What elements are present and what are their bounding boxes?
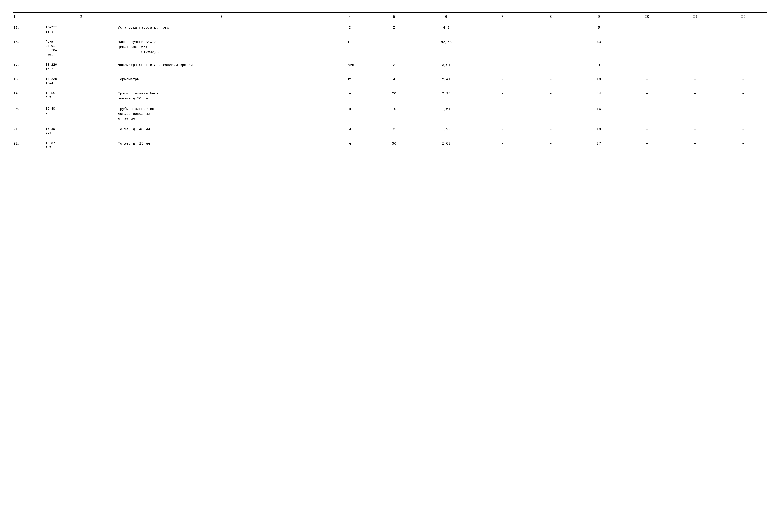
table-row: 2I.I6–39 7–IТо же, д. 40 ммм8I,29––I0–––: [12, 126, 768, 137]
cell-r6-c0: 2I.: [12, 126, 45, 137]
cell-r5-c6: –: [478, 105, 527, 123]
cell-r1-c3: шт.: [326, 38, 374, 58]
cell-r4-c11: –: [719, 90, 768, 102]
cell-r1-c6: –: [478, 38, 527, 58]
main-table: I 2 3 4 5 6 7 8 9 I0 II I2 I5.I8–2II I3–…: [12, 12, 768, 164]
cell-r4-c7: –: [527, 90, 575, 102]
cell-r7-c10: –: [671, 140, 719, 151]
cell-r5-c8: I6: [575, 105, 623, 123]
cell-r3-c9: –: [623, 75, 671, 87]
cell-r2-c9: –: [623, 61, 671, 73]
cell-r2-c10: –: [671, 61, 719, 73]
col-header-12: I2: [719, 12, 768, 21]
cell-r6-c11: –: [719, 126, 768, 137]
cell-r3-c11: –: [719, 75, 768, 87]
cell-r7-c0: 22.: [12, 140, 45, 151]
cell-r1-c2: Насос ручной БКФ-2 Цена: 39хI,08х I,0I2=…: [117, 38, 326, 58]
col-header-5: 5: [374, 12, 414, 21]
cell-r5-c1: I6–40 7–2: [45, 105, 117, 123]
cell-r0-c8: 5: [575, 24, 623, 36]
cell-r1-c9: –: [623, 38, 671, 58]
cell-r3-c0: I8.: [12, 75, 45, 87]
cell-r5-c3: м: [326, 105, 374, 123]
cell-r2-c3: комп: [326, 61, 374, 73]
cell-r6-c8: I0: [575, 126, 623, 137]
cell-r0-c7: –: [527, 24, 575, 36]
table-row: I7.I8–226 I5–2Манометры ОБМI с 3-х ходов…: [12, 61, 768, 73]
col-header-2: 2: [45, 12, 117, 21]
cell-r7-c6: –: [478, 140, 527, 151]
cell-r3-c5: 2,4I: [414, 75, 478, 87]
cell-r1-c5: 42,63: [414, 38, 478, 58]
cell-r6-c1: I6–39 7–I: [45, 126, 117, 137]
cell-r0-c5: 4,6: [414, 24, 478, 36]
cell-r3-c2: Термометры: [117, 75, 326, 87]
cell-r1-c8: 43: [575, 38, 623, 58]
cell-r2-c2: Манометры ОБМI с 3-х ходовым краном: [117, 61, 326, 73]
cell-r5-c2: Трубы стальные во- догазопроводные д. 50…: [117, 105, 326, 123]
cell-r1-c10: –: [671, 38, 719, 58]
cell-r0-c10: –: [671, 24, 719, 36]
cell-r1-c7: –: [527, 38, 575, 58]
cell-r0-c6: –: [478, 24, 527, 36]
cell-r2-c11: –: [719, 61, 768, 73]
cell-r4-c10: –: [671, 90, 719, 102]
cell-r0-c9: –: [623, 24, 671, 36]
cell-r5-c5: I,6I: [414, 105, 478, 123]
spacer-row: [12, 123, 768, 126]
cell-r2-c0: I7.: [12, 61, 45, 73]
cell-r5-c4: I0: [374, 105, 414, 123]
table-row: I6.Пр-нт 23–0I п. I6– –00IНасос ручной Б…: [12, 38, 768, 58]
cell-r3-c7: –: [527, 75, 575, 87]
cell-r6-c10: –: [671, 126, 719, 137]
col-header-7: 7: [478, 12, 527, 21]
cell-r0-c4: I: [374, 24, 414, 36]
cell-r3-c4: 4: [374, 75, 414, 87]
cell-r3-c8: I0: [575, 75, 623, 87]
table-row: I8.I8–228 I5–4Термометрышт.42,4I––I0–––: [12, 75, 768, 87]
trailing-spacer: [12, 151, 768, 164]
cell-r1-c11: –: [719, 38, 768, 58]
cell-r4-c6: –: [478, 90, 527, 102]
cell-r2-c7: –: [527, 61, 575, 73]
cell-r6-c6: –: [478, 126, 527, 137]
cell-r2-c8: 9: [575, 61, 623, 73]
cell-r6-c9: –: [623, 126, 671, 137]
main-table-container: I 2 3 4 5 6 7 8 9 I0 II I2 I5.I8–2II I3–…: [12, 12, 768, 164]
cell-r0-c0: I5.: [12, 24, 45, 36]
table-row: 20.I6–40 7–2Трубы стальные во- догазопро…: [12, 105, 768, 123]
spacer-row: [12, 102, 768, 105]
cell-r7-c9: –: [623, 140, 671, 151]
spacer-row: [12, 87, 768, 90]
cell-r6-c2: То же, д. 40 мм: [117, 126, 326, 137]
cell-r1-c1: Пр-нт 23–0I п. I6– –00I: [45, 38, 117, 58]
spacer-row: [12, 36, 768, 38]
cell-r3-c3: шт.: [326, 75, 374, 87]
col-header-1: I: [12, 12, 45, 21]
cell-r7-c7: –: [527, 140, 575, 151]
cell-r1-c0: I6.: [12, 38, 45, 58]
cell-r7-c8: 37: [575, 140, 623, 151]
cell-r3-c10: –: [671, 75, 719, 87]
cell-r0-c11: –: [719, 24, 768, 36]
cell-r2-c5: 3,9I: [414, 61, 478, 73]
cell-r7-c5: I,03: [414, 140, 478, 151]
col-header-8: 8: [527, 12, 575, 21]
cell-r1-c4: I: [374, 38, 414, 58]
cell-r4-c5: 2,I8: [414, 90, 478, 102]
cell-r0-c2: Установка насоса ручного: [117, 24, 326, 36]
cell-r6-c5: I,29: [414, 126, 478, 137]
cell-r5-c7: –: [527, 105, 575, 123]
cell-r3-c6: –: [478, 75, 527, 87]
spacer-row: [12, 137, 768, 140]
cell-r2-c4: 2: [374, 61, 414, 73]
cell-r3-c1: I8–228 I5–4: [45, 75, 117, 87]
cell-r4-c1: I6–55 8–I: [45, 90, 117, 102]
cell-r5-c10: –: [671, 105, 719, 123]
cell-r0-c3: I: [326, 24, 374, 36]
spacer-row: [12, 58, 768, 61]
cell-r5-c0: 20.: [12, 105, 45, 123]
col-header-10: I0: [623, 12, 671, 21]
column-header-row: I 2 3 4 5 6 7 8 9 I0 II I2: [12, 12, 768, 21]
cell-r6-c3: м: [326, 126, 374, 137]
